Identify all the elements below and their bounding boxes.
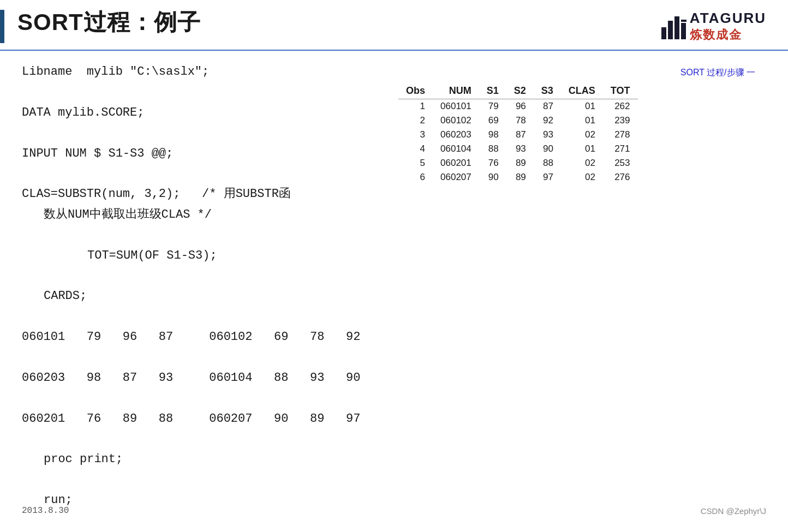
cell-r3-c5: 93 [534, 128, 561, 142]
cell-r5-c1: 5 [398, 156, 433, 170]
cell-r6-c2: 060207 [433, 170, 479, 184]
col-header-clas: CLAS [561, 83, 603, 99]
table-row: 306020398879302278 [398, 128, 638, 142]
cell-r5-c2: 060201 [433, 156, 479, 170]
main-content: Libname mylib "C:\saslx"; DATA mylib.SCO… [0, 51, 788, 516]
code-line-2: DATA mylib.SCORE; [22, 103, 382, 123]
svg-rect-1 [668, 21, 673, 39]
cell-r4-c5: 90 [534, 142, 561, 156]
cell-r1-c1: 1 [398, 99, 433, 114]
col-header-num: NUM [433, 83, 479, 99]
logo-chart-icon [660, 12, 686, 40]
table-area: SORT 过程/步骤 一 Obs NUM S1 S2 S3 CLAS TOT 1… [398, 62, 766, 511]
footer-date: 2013.8.30 [22, 506, 69, 516]
cell-r4-c2: 060104 [433, 142, 479, 156]
table-note: SORT 过程/步骤 一 [398, 67, 766, 79]
page-title: SORT过程：例子 [17, 10, 660, 43]
svg-rect-0 [661, 27, 666, 39]
col-header-s3: S3 [534, 83, 561, 99]
cell-r4-c3: 88 [479, 142, 506, 156]
code-area: Libname mylib "C:\saslx"; DATA mylib.SCO… [22, 62, 382, 511]
accent-bar [0, 10, 4, 43]
code-line-4: CLAS=SUBSTR(num, 3,2); /* 用SUBSTR函 [22, 184, 382, 204]
code-line-blank-8 [22, 388, 382, 408]
cell-r6-c7: 276 [603, 170, 638, 184]
col-header-tot: TOT [603, 83, 638, 99]
table-row: 206010269789201239 [398, 113, 638, 128]
cell-r1-c5: 87 [534, 99, 561, 114]
cell-r3-c3: 98 [479, 128, 506, 142]
col-header-obs: Obs [398, 83, 433, 99]
cell-r1-c2: 060101 [433, 99, 479, 114]
code-line-7: CARDS; [22, 286, 382, 306]
cell-r3-c4: 87 [506, 128, 534, 142]
cell-r3-c6: 02 [561, 128, 603, 142]
svg-rect-2 [674, 16, 679, 39]
logo-icon [660, 13, 686, 40]
table-row: 506020176898802253 [398, 156, 638, 170]
page-header: SORT过程：例子 ATAGURU 炼数成金 [0, 0, 788, 51]
cell-r5-c7: 253 [603, 156, 638, 170]
cell-r4-c1: 4 [398, 142, 433, 156]
cell-r6-c1: 6 [398, 170, 433, 184]
cell-r6-c3: 90 [479, 170, 506, 184]
footer: 2013.8.30 CSDN @Zephyr\J [22, 506, 766, 516]
cell-r2-c4: 78 [506, 113, 534, 128]
cell-r5-c6: 02 [561, 156, 603, 170]
code-line-3: INPUT NUM $ S1-S3 @@; [22, 144, 382, 164]
cell-r2-c7: 239 [603, 113, 638, 128]
logo-chinese: 炼数成金 [690, 27, 742, 43]
cell-r6-c5: 97 [534, 170, 561, 184]
logo-area: ATAGURU 炼数成金 [660, 10, 766, 43]
cell-r5-c3: 76 [479, 156, 506, 170]
code-line-blank-1 [22, 82, 382, 102]
cell-r3-c7: 278 [603, 128, 638, 142]
code-line-blank-10 [22, 470, 382, 490]
cell-r4-c6: 01 [561, 142, 603, 156]
code-line-8: 060101 79 96 87 060102 69 78 92 [22, 327, 382, 347]
table-row: 406010488939001271 [398, 142, 638, 156]
footer-credit: CSDN @Zephyr\J [701, 506, 766, 516]
cell-r2-c3: 69 [479, 113, 506, 128]
cell-r3-c1: 3 [398, 128, 433, 142]
cell-r3-c2: 060203 [433, 128, 479, 142]
svg-rect-4 [681, 20, 686, 22]
cell-r6-c6: 02 [561, 170, 603, 184]
logo-name: ATAGURU [690, 10, 766, 27]
cell-r2-c1: 2 [398, 113, 433, 128]
cell-r5-c5: 88 [534, 156, 561, 170]
code-line-blank-5 [22, 266, 382, 286]
code-line-5: 数从NUM中截取出班级CLAS */ [22, 205, 382, 225]
code-line-10: 060201 76 89 88 060207 90 89 97 [22, 409, 382, 429]
cell-r4-c4: 93 [506, 142, 534, 156]
code-line-blank-7 [22, 347, 382, 367]
code-line-blank-2 [22, 123, 382, 143]
data-table: Obs NUM S1 S2 S3 CLAS TOT 10601017996870… [398, 83, 638, 184]
cell-r1-c3: 79 [479, 99, 506, 114]
code-line-blank-3 [22, 164, 382, 184]
code-line-blank-6 [22, 307, 382, 327]
cell-r1-c7: 262 [603, 99, 638, 114]
cell-r2-c5: 92 [534, 113, 561, 128]
code-line-blank-9 [22, 429, 382, 449]
cell-r6-c4: 89 [506, 170, 534, 184]
code-line-9: 060203 98 87 93 060104 88 93 90 [22, 368, 382, 388]
cell-r1-c6: 01 [561, 99, 603, 114]
cell-r1-c4: 96 [506, 99, 534, 114]
cell-r5-c4: 89 [506, 156, 534, 170]
cell-r4-c7: 271 [603, 142, 638, 156]
col-header-s1: S1 [479, 83, 506, 99]
table-row: 106010179968701262 [398, 99, 638, 114]
code-line-6: TOT=SUM(OF S1-S3); [22, 246, 382, 266]
code-line-1: Libname mylib "C:\saslx"; [22, 62, 382, 82]
cell-r2-c6: 01 [561, 113, 603, 128]
table-header-row: Obs NUM S1 S2 S3 CLAS TOT [398, 83, 638, 99]
table-row: 606020790899702276 [398, 170, 638, 184]
logo-text: ATAGURU 炼数成金 [690, 10, 766, 43]
cell-r2-c2: 060102 [433, 113, 479, 128]
svg-rect-3 [681, 23, 686, 39]
col-header-s2: S2 [506, 83, 534, 99]
code-line-11: proc print; [22, 449, 382, 469]
code-line-blank-4 [22, 225, 382, 245]
